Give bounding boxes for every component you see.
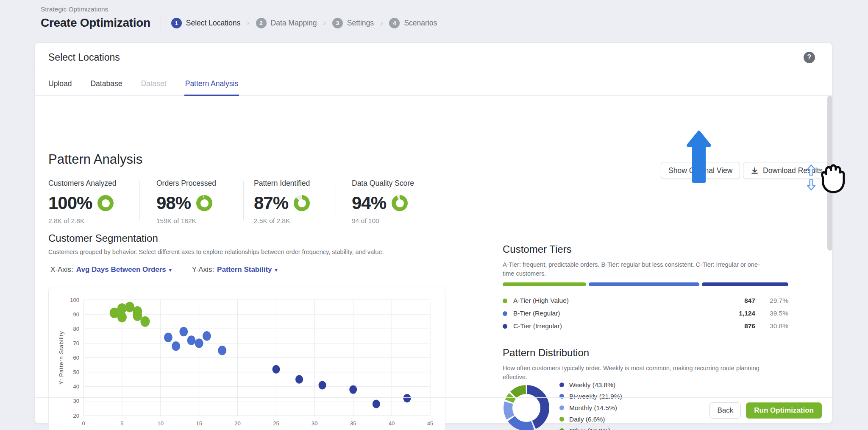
svg-text:90: 90 [73, 311, 79, 318]
annotation-arrow-up-icon [687, 130, 711, 184]
page-header: Strategic Optimizations Create Optimizat… [41, 6, 437, 30]
tiers-description: A-Tier: frequent, predictable orders. B-… [503, 260, 770, 278]
progress-ring-icon [392, 195, 408, 211]
tab-pattern-analysis[interactable]: Pattern Analysis [185, 72, 238, 95]
metric-divider [336, 181, 336, 221]
page-title: Create Optimization [41, 16, 150, 30]
step-number: 3 [332, 18, 343, 28]
metric-subtext: 2.8K of 2.8K [48, 217, 117, 225]
help-icon[interactable]: ? [804, 52, 815, 63]
svg-text:Y: Pattern Stability: Y: Pattern Stability [58, 331, 64, 384]
tier-percent: 30.8% [755, 322, 788, 330]
metric-subtext: 94 of 100 [352, 217, 414, 225]
svg-text:100: 100 [70, 297, 79, 303]
metric-subtext: 2.5K of 2.8K [254, 217, 310, 225]
legend-item: Weekly (43.8%) [559, 379, 622, 391]
metric-divider [243, 181, 244, 221]
tier-color-dot-icon [503, 311, 507, 316]
legend-color-dot-icon [559, 428, 564, 430]
metric-card: Orders Processed 98% 159K of 162K [156, 179, 216, 225]
legend-label: Weekly (43.8%) [569, 381, 615, 389]
step-number: 2 [256, 18, 267, 28]
tier-label: C-Tier (Irregular) [513, 322, 721, 330]
x-axis-label: X-Axis: [50, 265, 73, 274]
metric-label: Customers Analyzed [48, 179, 117, 188]
metric-label: Pattern Identified [254, 179, 310, 188]
x-axis-value: Avg Days Between Orders [76, 265, 166, 274]
tier-label: A-Tier (High Value) [513, 297, 721, 304]
metric-value: 87% [254, 193, 288, 213]
svg-text:60: 60 [73, 355, 79, 361]
svg-text:50: 50 [73, 369, 79, 375]
metric-card: Pattern Identified 87% 2.5K of 2.8K [254, 179, 310, 225]
metric-subtext: 159K of 162K [156, 217, 216, 225]
caret-down-icon: ▾ [275, 266, 278, 273]
step-number: 1 [171, 18, 182, 28]
stepper: 1 Select Locations › 2 Data Mapping › 3 … [171, 18, 437, 28]
svg-text:40: 40 [73, 383, 79, 390]
y-axis-selector[interactable]: Y-Axis: Pattern Stability ▾ [192, 265, 278, 274]
breadcrumb: Strategic Optimizations [41, 6, 437, 13]
y-axis-label: Y-Axis: [192, 265, 214, 274]
legend-label: Other (13.2%) [569, 427, 610, 430]
scroll-down-arrow-icon [807, 179, 816, 191]
tier-row: A-Tier (High Value) 847 29.7% [503, 294, 788, 307]
step-number: 4 [389, 18, 400, 28]
legend-color-dot-icon [559, 383, 564, 387]
tier-bar-segment [503, 282, 586, 286]
chevron-right-icon: › [380, 18, 383, 28]
segmentation-subtitle: Customers grouped by behavior. Select di… [48, 249, 384, 255]
svg-text:80: 80 [73, 326, 79, 332]
stepper-step-data-mapping[interactable]: 2 Data Mapping [256, 18, 317, 28]
stepper-step-scenarios[interactable]: 4 Scenarios [389, 18, 437, 28]
pattern-analysis-panel: Pattern Analysis Show Original View Down… [35, 96, 832, 397]
run-optimization-button[interactable]: Run Optimization [746, 402, 822, 419]
tier-row: C-Tier (Irregular) 876 30.8% [503, 320, 788, 332]
metric-value: 98% [156, 193, 191, 213]
metric-label: Orders Processed [156, 179, 216, 188]
chevron-right-icon: › [247, 18, 249, 28]
axis-selectors: X-Axis: Avg Days Between Orders ▾ Y-Axis… [50, 265, 278, 274]
segmentation-title: Customer Segmentation [48, 232, 158, 244]
tier-count: 847 [721, 297, 755, 304]
y-axis-value: Pattern Stability [217, 265, 272, 274]
title-divider [161, 16, 161, 30]
card-header: Select Locations ? [35, 43, 832, 72]
select-locations-card: Select Locations ? UploadDatabaseDataset… [34, 42, 832, 424]
tier-color-dot-icon [503, 299, 507, 303]
step-label: Data Mapping [271, 19, 317, 28]
tier-color-dot-icon [503, 324, 507, 329]
tier-bar-segment [589, 282, 699, 286]
progress-ring-icon [97, 195, 114, 211]
tier-percent: 39.5% [755, 310, 788, 317]
stepper-step-settings[interactable]: 3 Settings [332, 18, 374, 28]
tab-database[interactable]: Database [90, 72, 122, 95]
distribution-title: Pattern Distribution [503, 347, 589, 359]
tier-count: 1,124 [721, 310, 755, 317]
card-title: Select Locations [48, 52, 120, 63]
legend-item: Other (13.2%) [559, 425, 622, 430]
tiers-legend: A-Tier (High Value) 847 29.7% B-Tier (Re… [503, 294, 788, 332]
progress-ring-icon [294, 195, 310, 211]
tab-upload[interactable]: Upload [48, 72, 72, 95]
chevron-right-icon: › [323, 18, 326, 28]
tier-count: 876 [721, 322, 755, 330]
distribution-description: How often customers typically order. Wee… [503, 364, 770, 382]
tab-dataset[interactable]: Dataset [141, 72, 166, 95]
tiers-title: Customer Tiers [503, 243, 572, 255]
stepper-step-select-locations[interactable]: 1 Select Locations [171, 18, 240, 28]
x-axis-selector[interactable]: X-Axis: Avg Days Between Orders ▾ [50, 265, 172, 274]
metric-value: 100% [48, 193, 92, 213]
tab-bar: UploadDatabaseDatasetPattern Analysis [35, 72, 832, 96]
progress-ring-icon [196, 195, 212, 211]
back-button[interactable]: Back [709, 402, 741, 419]
metric-value: 94% [352, 193, 386, 213]
step-label: Settings [347, 19, 374, 28]
caret-down-icon: ▾ [169, 266, 172, 273]
panel-title: Pattern Analysis [48, 152, 142, 167]
step-label: Scenarios [404, 19, 437, 28]
tier-percent: 29.7% [755, 297, 788, 304]
download-icon [751, 167, 759, 175]
metric-label: Data Quality Score [352, 179, 414, 188]
metric-divider [139, 181, 140, 221]
